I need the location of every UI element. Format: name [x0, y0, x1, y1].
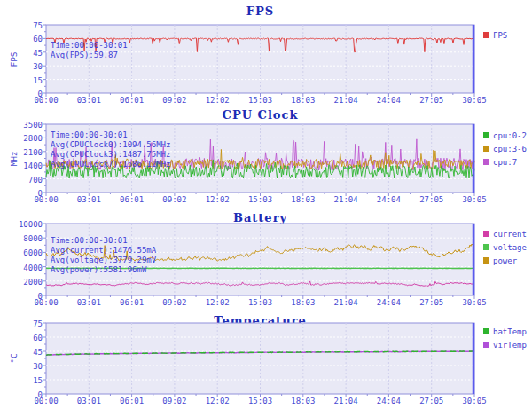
x-tick-label: 00:00 — [25, 397, 67, 405]
x-tick-label: 06:01 — [111, 195, 153, 204]
plot-area-temperature[interactable] — [46, 323, 474, 394]
x-tick-label: 18:03 — [282, 96, 325, 105]
legend-item-power[interactable]: power — [483, 251, 517, 262]
y-tick-label: 15 — [16, 76, 43, 85]
x-tick-label: 18:03 — [282, 195, 325, 204]
legend-swatch — [483, 132, 489, 138]
y-tick-label: 4000 — [16, 264, 43, 272]
legend-item-voltage[interactable]: voltage — [483, 238, 527, 248]
x-tick-label: 30:05 — [453, 195, 496, 204]
x-tick-label: 09:02 — [153, 298, 196, 307]
legend-swatch — [483, 146, 489, 152]
y-axis-label: MHz — [9, 141, 20, 177]
x-tick-label: 12:02 — [196, 298, 239, 307]
y-tick-label: 2800 — [16, 134, 43, 143]
x-tick-label: 06:01 — [111, 96, 153, 105]
x-tick-label: 27:05 — [411, 298, 453, 307]
y-tick-label: 2000 — [16, 278, 43, 287]
y-tick-label: 30 — [16, 62, 43, 71]
legend-swatch — [483, 159, 489, 165]
legend-label: cpu:0-2 — [493, 131, 527, 140]
chart-canvas — [46, 224, 474, 295]
x-tick-label: 00:00 — [25, 195, 67, 204]
legend-swatch — [483, 328, 489, 334]
x-tick-label: 21:04 — [325, 397, 367, 405]
x-tick-label: 12:02 — [196, 195, 239, 204]
x-tick-label: 27:05 — [411, 195, 453, 204]
x-tick-label: 24:04 — [367, 397, 410, 405]
legend-item-battemp[interactable]: batTemp — [483, 322, 527, 333]
legend-label: virTemp — [493, 341, 527, 350]
x-tick-label: 15:03 — [239, 195, 282, 204]
legend-label: cpu:3-6 — [493, 145, 527, 153]
plot-area-fps[interactable]: Time:00:00-30:01Avg(FPS):59.87 — [46, 25, 474, 93]
x-tick-label: 15:03 — [239, 96, 282, 105]
x-tick-label: 03:01 — [67, 298, 110, 307]
chart-title: FPS — [46, 4, 474, 18]
x-tick-label: 03:01 — [67, 195, 110, 204]
y-tick-label: 6000 — [16, 248, 43, 257]
x-tick-label: 18:03 — [282, 298, 325, 307]
x-tick-label: 12:02 — [196, 96, 239, 105]
legend-swatch — [483, 32, 489, 38]
y-axis-label: °C — [9, 341, 20, 376]
legend-label: cpu:7 — [493, 158, 517, 167]
y-tick-label: 60 — [16, 334, 43, 342]
y-tick-label: 75 — [16, 319, 43, 328]
x-tick-label: 24:04 — [367, 298, 410, 307]
y-axis-label: FPS — [9, 42, 20, 77]
x-tick-label: 12:02 — [196, 397, 239, 405]
y-tick-label: 15 — [16, 376, 43, 385]
x-tick-label: 30:05 — [453, 96, 496, 105]
y-tick-label: 75 — [16, 21, 43, 30]
x-tick-label: 27:05 — [411, 397, 453, 405]
legend-label: batTemp — [493, 327, 527, 336]
y-tick-label: 60 — [16, 35, 43, 43]
legend-item-fps[interactable]: FPS — [483, 26, 507, 36]
y-tick-label: 30 — [16, 362, 43, 371]
chart-canvas — [46, 124, 474, 193]
legend-swatch — [483, 244, 489, 250]
x-tick-label: 09:02 — [153, 397, 196, 405]
legend-item-cpu-3-6[interactable]: cpu:3-6 — [483, 139, 527, 150]
x-tick-label: 00:00 — [25, 96, 67, 105]
y-tick-label: 1400 — [16, 161, 43, 170]
x-tick-label: 03:01 — [67, 397, 110, 405]
x-tick-label: 21:04 — [325, 298, 367, 307]
y-tick-label: 10000 — [16, 220, 43, 229]
x-tick-label: 18:03 — [282, 397, 325, 405]
legend-swatch — [483, 231, 489, 237]
plot-area-battery[interactable]: Time:00:00-30:01Avg(current):1476.55mAAv… — [46, 224, 474, 295]
x-tick-label: 03:01 — [67, 96, 110, 105]
x-tick-label: 21:04 — [325, 195, 367, 204]
legend-swatch — [483, 342, 489, 348]
x-tick-label: 15:03 — [239, 397, 282, 405]
x-tick-label: 21:04 — [325, 96, 367, 105]
x-tick-label: 09:02 — [153, 195, 196, 204]
legend-label: current — [493, 230, 527, 239]
legend-swatch — [483, 257, 489, 264]
chart-canvas — [46, 323, 474, 394]
legend-item-cpu-7[interactable]: cpu:7 — [483, 153, 517, 163]
y-tick-label: 2100 — [16, 148, 43, 157]
legend-label: voltage — [493, 243, 527, 252]
legend-item-current[interactable]: current — [483, 224, 527, 235]
chart-title: Battery — [46, 211, 474, 224]
x-tick-label: 06:01 — [111, 397, 153, 405]
legend-label: power — [493, 256, 517, 265]
chart-title: CPU Clock — [46, 108, 474, 122]
x-tick-label: 09:02 — [153, 96, 196, 105]
x-tick-label: 06:01 — [111, 298, 153, 307]
x-tick-label: 24:04 — [367, 96, 410, 105]
x-tick-label: 30:05 — [453, 397, 496, 405]
plot-area-cpu-clock[interactable]: Time:00:00-30:01Avg(CPUClock0):1094.56MH… — [46, 124, 474, 193]
legend-item-cpu-0-2[interactable]: cpu:0-2 — [483, 126, 527, 137]
chart-canvas — [46, 25, 474, 93]
legend-label: FPS — [493, 31, 507, 40]
x-tick-label: 15:03 — [239, 298, 282, 307]
y-tick-label: 45 — [16, 348, 43, 357]
legend-item-virtemp[interactable]: virTemp — [483, 335, 527, 346]
y-tick-label: 700 — [16, 176, 43, 185]
y-tick-label: 8000 — [16, 234, 43, 243]
performance-charts-page: FPS FPS Time:00:00-30:01Avg(FPS):59.87 0… — [0, 0, 532, 417]
